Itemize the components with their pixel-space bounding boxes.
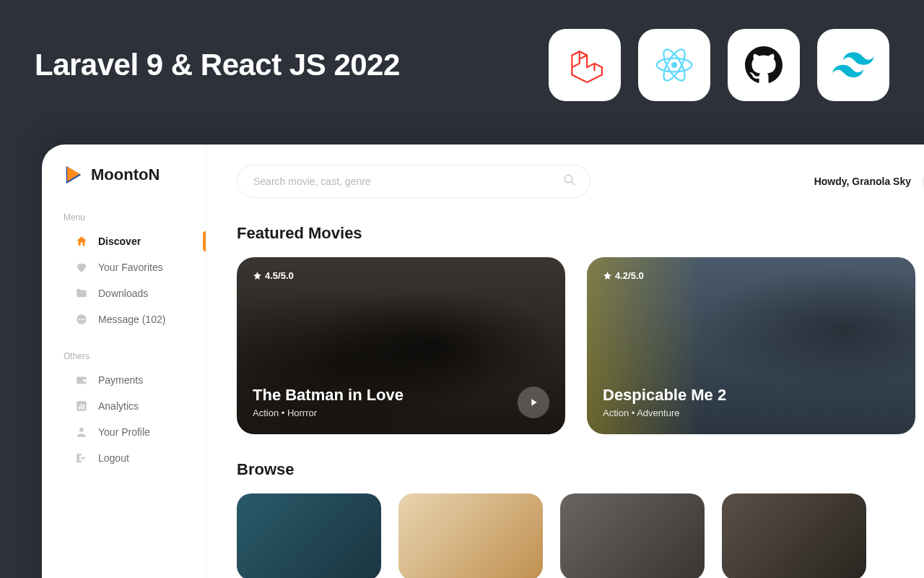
- tailwind-icon: [817, 29, 889, 101]
- app-window: MoontoN Menu Discover Your Favorites Dow…: [42, 144, 924, 578]
- featured-row: 4.5/5.0 The Batman in Love Action • Horr…: [237, 257, 924, 434]
- svg-rect-9: [83, 379, 87, 381]
- movie-genre: Action • Adventure: [603, 407, 726, 418]
- home-icon: [75, 235, 88, 248]
- tech-icon-row: [549, 29, 889, 101]
- rating-value: 4.2/5.0: [615, 270, 644, 281]
- rating-badge: 4.5/5.0: [253, 270, 294, 281]
- github-icon: [728, 29, 800, 101]
- svg-line-16: [571, 181, 575, 185]
- menu-section-label: Others: [42, 345, 206, 367]
- brand-name: MoontoN: [91, 165, 160, 184]
- sidebar-item-label: Payments: [98, 374, 143, 386]
- brand-logo[interactable]: MoontoN: [42, 165, 206, 207]
- featured-card[interactable]: 4.5/5.0 The Batman in Love Action • Horr…: [237, 257, 565, 434]
- browse-row: [237, 493, 924, 578]
- star-icon: [603, 271, 612, 280]
- svg-point-6: [81, 319, 82, 320]
- sidebar-item-label: Analytics: [98, 400, 139, 412]
- sidebar-item-logout[interactable]: Logout: [42, 445, 206, 471]
- menu-section-label: Menu: [42, 207, 206, 228]
- featured-meta: The Batman in Love Action • Horrror: [253, 386, 404, 418]
- wallet-icon: [75, 374, 88, 387]
- svg-point-5: [79, 319, 80, 320]
- svg-point-3: [671, 62, 677, 68]
- laravel-icon: [549, 29, 621, 101]
- svg-rect-13: [83, 405, 84, 410]
- sidebar-item-downloads[interactable]: Downloads: [42, 280, 206, 306]
- user-area[interactable]: Howdy, Granola Sky: [814, 168, 924, 194]
- sidebar-item-label: Message (102): [98, 314, 165, 325]
- top-bar: Howdy, Granola Sky: [237, 165, 924, 198]
- rating-badge: 4.2/5.0: [603, 270, 644, 281]
- user-greeting: Howdy, Granola Sky: [814, 176, 911, 187]
- sidebar-item-message[interactable]: Message (102): [42, 306, 206, 332]
- search-container: [237, 165, 590, 198]
- message-icon: [75, 313, 88, 326]
- star-icon: [253, 271, 262, 280]
- promo-banner: Laravel 9 & React JS 2022: [0, 0, 924, 123]
- svg-rect-11: [79, 406, 80, 410]
- search-input[interactable]: [237, 165, 590, 198]
- browse-card[interactable]: [722, 493, 866, 578]
- play-logo-icon: [64, 165, 84, 185]
- featured-meta: Despicable Me 2 Action • Adventure: [603, 386, 726, 418]
- browse-card[interactable]: [398, 493, 543, 578]
- rating-value: 4.5/5.0: [265, 270, 294, 281]
- sidebar-item-label: Discover: [98, 236, 141, 247]
- browse-heading: Browse: [237, 460, 924, 479]
- react-icon: [638, 29, 710, 101]
- play-button[interactable]: [518, 387, 549, 418]
- featured-card[interactable]: 4.2/5.0 Despicable Me 2 Action • Adventu…: [587, 257, 915, 434]
- featured-heading: Featured Movies: [237, 224, 924, 243]
- banner-title: Laravel 9 & React JS 2022: [35, 48, 400, 82]
- svg-point-7: [83, 319, 84, 320]
- chart-icon: [75, 400, 88, 413]
- svg-point-14: [79, 428, 84, 432]
- browse-card[interactable]: [560, 493, 705, 578]
- sidebar-item-label: Your Profile: [98, 426, 150, 438]
- logout-icon: [75, 452, 88, 465]
- svg-rect-12: [81, 404, 82, 410]
- movie-title: Despicable Me 2: [603, 386, 726, 405]
- menu-section-others: Others Payments Analytics Your Profile L…: [42, 345, 206, 471]
- sidebar-item-analytics[interactable]: Analytics: [42, 393, 206, 419]
- sidebar-item-favorites[interactable]: Your Favorites: [42, 254, 206, 280]
- sidebar-item-label: Your Favorites: [98, 262, 163, 273]
- sidebar-item-label: Logout: [98, 452, 129, 464]
- heart-icon: [75, 261, 88, 274]
- sidebar-item-payments[interactable]: Payments: [42, 367, 206, 393]
- menu-section-menu: Menu Discover Your Favorites Downloads M…: [42, 207, 206, 332]
- user-icon: [75, 426, 88, 439]
- movie-title: The Batman in Love: [253, 386, 404, 405]
- search-icon[interactable]: [563, 173, 576, 189]
- main-content: Howdy, Granola Sky Featured Movies 4.5/5…: [206, 144, 924, 578]
- folder-icon: [75, 287, 88, 300]
- sidebar-item-label: Downloads: [98, 288, 148, 299]
- browse-card[interactable]: [237, 493, 381, 578]
- sidebar-item-profile[interactable]: Your Profile: [42, 419, 206, 445]
- sidebar-item-discover[interactable]: Discover: [42, 228, 206, 254]
- movie-genre: Action • Horrror: [253, 407, 404, 418]
- sidebar: MoontoN Menu Discover Your Favorites Dow…: [42, 144, 206, 578]
- play-icon: [528, 397, 539, 408]
